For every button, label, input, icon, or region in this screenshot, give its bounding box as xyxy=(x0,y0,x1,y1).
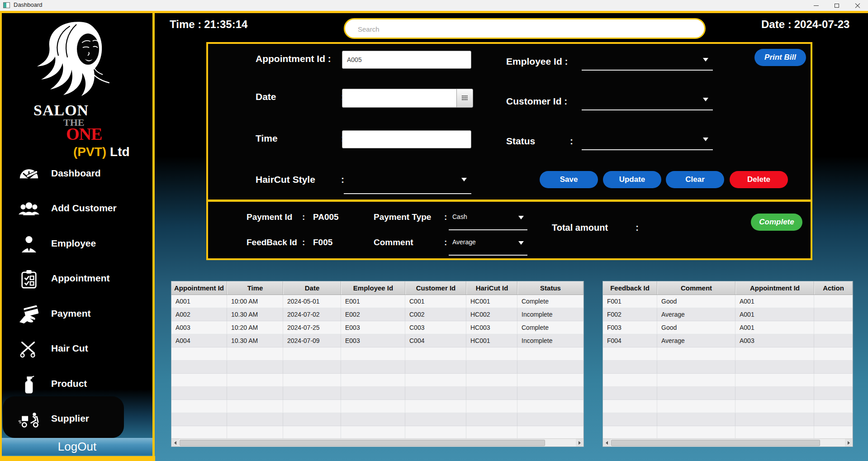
column-header[interactable]: Action xyxy=(814,281,853,295)
column-header[interactable]: Time xyxy=(227,281,283,295)
table-cell xyxy=(466,426,517,439)
table-cell: Good xyxy=(657,295,735,308)
scroll-right-icon[interactable] xyxy=(576,439,583,447)
table-cell xyxy=(735,400,814,413)
appointment-payment-panel: Appointment Id : Date: Time: HairCut Sty… xyxy=(206,42,812,260)
column-header[interactable]: Feedback Id xyxy=(603,281,657,295)
scroll-right-icon[interactable] xyxy=(845,439,853,447)
table-row[interactable]: A00110:00 AM2024-05-01E001C001HC001Compl… xyxy=(171,295,583,308)
window-titlebar: Dashboard xyxy=(0,0,868,11)
scrollbar-thumb[interactable] xyxy=(611,440,820,446)
table-cell: 10.30 AM xyxy=(227,334,283,347)
complete-button[interactable]: Complete xyxy=(751,214,802,231)
save-button[interactable]: Save xyxy=(540,171,598,188)
table-row[interactable]: A00310:20 AM2024-07-25E003C003HC003Compl… xyxy=(171,321,583,334)
close-button[interactable] xyxy=(847,0,868,11)
print-bill-button[interactable]: Print Bill xyxy=(754,49,806,66)
table-row-empty xyxy=(171,413,583,426)
table-row[interactable]: F003GoodA001 xyxy=(603,321,853,334)
table-cell xyxy=(814,361,853,374)
table-cell xyxy=(283,400,341,413)
table-row-empty xyxy=(171,361,583,374)
table-cell xyxy=(466,387,517,400)
column-header[interactable]: Comment xyxy=(657,281,735,295)
comment-dropdown[interactable]: Average xyxy=(449,235,527,256)
minimize-button[interactable] xyxy=(806,0,826,11)
table-cell: A001 xyxy=(735,308,814,321)
logo-text-one: ONE xyxy=(66,125,102,144)
search-input[interactable] xyxy=(357,21,693,37)
maximize-button[interactable] xyxy=(826,0,847,11)
horizontal-scrollbar[interactable] xyxy=(603,438,853,447)
haircut-style-dropdown[interactable] xyxy=(344,171,471,194)
supplier-delivery-icon xyxy=(17,409,41,429)
table-cell: 2024-07-09 xyxy=(283,334,341,347)
table-cell xyxy=(517,347,583,361)
table-cell: HC001 xyxy=(466,295,517,308)
table-cell xyxy=(735,361,814,374)
sidebar-item-haircut[interactable]: Hair Cut xyxy=(2,338,152,360)
status-dropdown[interactable] xyxy=(582,133,713,150)
sidebar-item-product[interactable]: Product xyxy=(2,374,152,395)
payment-type-value: Cash xyxy=(452,213,467,220)
table-cell xyxy=(814,387,853,400)
table-cell: F002 xyxy=(603,308,657,321)
employee-id-dropdown[interactable] xyxy=(582,53,713,71)
haircut-scissors-icon xyxy=(17,339,41,359)
column-header[interactable]: HariCut Id xyxy=(466,281,517,295)
clear-button[interactable]: Clear xyxy=(666,171,724,188)
date-value: 2024-07-23 xyxy=(794,18,850,30)
scroll-left-icon[interactable] xyxy=(171,439,179,447)
sidebar-item-employee[interactable]: Employee xyxy=(2,233,152,255)
column-header[interactable]: Employee Id xyxy=(341,281,405,295)
delete-button[interactable]: Delete xyxy=(730,171,788,188)
customer-id-dropdown[interactable] xyxy=(582,93,713,110)
feedback-table: Feedback IdCommentAppointment IdActionF0… xyxy=(602,281,853,447)
sidebar-item-payment[interactable]: Payment xyxy=(2,304,152,325)
table-cell xyxy=(603,347,657,361)
table-row[interactable]: F002AverageA001 xyxy=(603,308,853,321)
column-header[interactable]: Appointment Id xyxy=(735,281,814,295)
table-cell xyxy=(603,400,657,413)
column-header[interactable]: Status xyxy=(517,281,583,295)
scrollbar-thumb[interactable] xyxy=(180,440,545,446)
calendar-button[interactable] xyxy=(456,89,473,108)
table-cell xyxy=(171,387,227,400)
appointments-table: Appointment IdTimeDateEmployee IdCustome… xyxy=(171,281,584,447)
table-cell xyxy=(171,426,227,439)
table-row[interactable]: A00410.30 AM2024-07-09E003C004HC001Incom… xyxy=(171,334,583,347)
table-cell xyxy=(517,426,583,439)
table-row-empty xyxy=(171,387,583,400)
time-input[interactable] xyxy=(342,130,471,148)
sidebar-item-dashboard[interactable]: Dashboard xyxy=(2,163,152,185)
comment-value: Average xyxy=(452,238,476,246)
section-divider xyxy=(208,200,811,202)
sidebar: SALON THE ONE (PVT)Ltd Dashboard Add C xyxy=(2,13,152,461)
column-header[interactable]: Appointment Id xyxy=(171,281,227,295)
appointment-id-input[interactable] xyxy=(342,51,471,69)
payment-type-colon: : xyxy=(444,212,447,222)
sidebar-item-supplier[interactable]: Supplier xyxy=(2,409,152,430)
table-row[interactable]: F004AverageA003 xyxy=(603,334,853,347)
table-row[interactable]: F001GoodA001 xyxy=(603,295,853,308)
table-cell xyxy=(603,387,657,400)
table-cell xyxy=(283,347,341,361)
haircut-style-label: HairCut Style: xyxy=(256,174,344,185)
table-row[interactable]: A00210.30 AM2024-07-02E002C002HC002Incom… xyxy=(171,308,583,321)
horizontal-scrollbar[interactable] xyxy=(171,438,583,447)
logout-button[interactable]: LogOut xyxy=(2,438,152,455)
sidebar-item-add-customer[interactable]: Add Customer xyxy=(2,198,152,220)
table-cell xyxy=(405,374,466,387)
table-cell: E001 xyxy=(341,295,405,308)
table-cell xyxy=(283,413,341,426)
scroll-left-icon[interactable] xyxy=(603,439,611,447)
payment-icon xyxy=(17,304,41,324)
update-button[interactable]: Update xyxy=(603,171,661,188)
app-border-bottom xyxy=(0,456,155,461)
column-header[interactable]: Date xyxy=(283,281,341,295)
sidebar-item-appointment[interactable]: Appointment xyxy=(2,268,152,290)
payment-type-dropdown[interactable]: Cash xyxy=(449,209,527,230)
column-header[interactable]: Customer Id xyxy=(405,281,466,295)
logo-text-ltd: Ltd xyxy=(110,145,130,159)
date-input[interactable] xyxy=(342,89,457,108)
